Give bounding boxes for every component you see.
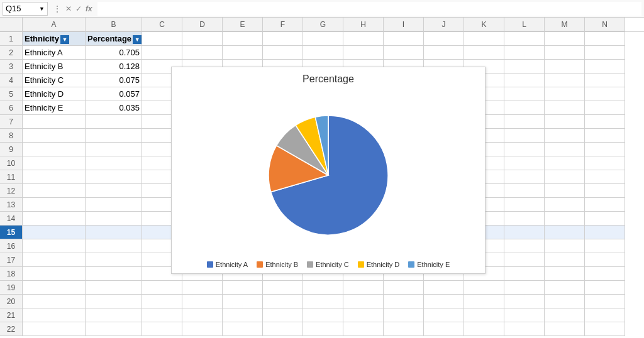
- formula-more-icon[interactable]: ⋮: [53, 4, 62, 14]
- cell-B8[interactable]: [86, 129, 142, 143]
- cell-G21[interactable]: [303, 308, 343, 322]
- cell-B21[interactable]: [86, 308, 142, 322]
- cell-F2[interactable]: [263, 46, 303, 60]
- cell-L12[interactable]: [504, 184, 545, 198]
- cell-J19[interactable]: [424, 281, 464, 295]
- cell-E2[interactable]: [223, 46, 263, 60]
- cell-E20[interactable]: [223, 295, 263, 308]
- cell-J1[interactable]: [424, 32, 464, 46]
- cell-A2[interactable]: Ethnicity A: [23, 46, 86, 60]
- cell-M6[interactable]: [545, 101, 585, 115]
- cell-C20[interactable]: [142, 295, 182, 308]
- cell-A18[interactable]: [23, 267, 86, 281]
- cell-N7[interactable]: [585, 115, 625, 129]
- cell-F20[interactable]: [263, 295, 303, 308]
- cell-M13[interactable]: [545, 198, 585, 212]
- cell-N8[interactable]: [585, 129, 625, 143]
- cell-I2[interactable]: [384, 46, 424, 60]
- cell-L17[interactable]: [504, 253, 545, 267]
- cell-B17[interactable]: [86, 253, 142, 267]
- cell-I22[interactable]: [384, 322, 424, 336]
- cell-A16[interactable]: [23, 239, 86, 253]
- cell-F22[interactable]: [263, 322, 303, 336]
- chart-container[interactable]: Percentage Ethnicity AEthnicity BEthnici…: [171, 67, 486, 274]
- cell-L5[interactable]: [504, 87, 545, 101]
- cell-N20[interactable]: [585, 295, 625, 308]
- cell-M16[interactable]: [545, 239, 585, 253]
- cell-G22[interactable]: [303, 322, 343, 336]
- cell-N12[interactable]: [585, 184, 625, 198]
- cell-A12[interactable]: [23, 184, 86, 198]
- cell-A4[interactable]: Ethnicity C: [23, 74, 86, 87]
- cell-N14[interactable]: [585, 212, 625, 226]
- cell-A21[interactable]: [23, 308, 86, 322]
- cell-G20[interactable]: [303, 295, 343, 308]
- cell-N2[interactable]: [585, 46, 625, 60]
- cell-L11[interactable]: [504, 170, 545, 184]
- cell-N18[interactable]: [585, 267, 625, 281]
- cell-L13[interactable]: [504, 198, 545, 212]
- cell-M12[interactable]: [545, 184, 585, 198]
- cell-B1[interactable]: Percentage▼: [86, 32, 142, 46]
- cell-C1[interactable]: [142, 32, 182, 46]
- cell-M1[interactable]: [545, 32, 585, 46]
- cell-M14[interactable]: [545, 212, 585, 226]
- cell-D21[interactable]: [182, 308, 223, 322]
- cell-B18[interactable]: [86, 267, 142, 281]
- cell-M2[interactable]: [545, 46, 585, 60]
- cell-H20[interactable]: [343, 295, 384, 308]
- cell-F1[interactable]: [263, 32, 303, 46]
- cell-A19[interactable]: [23, 281, 86, 295]
- cell-I1[interactable]: [384, 32, 424, 46]
- cell-A14[interactable]: [23, 212, 86, 226]
- cell-M8[interactable]: [545, 129, 585, 143]
- ethnicity-filter-icon[interactable]: ▼: [60, 35, 69, 44]
- cell-J21[interactable]: [424, 308, 464, 322]
- cell-N17[interactable]: [585, 253, 625, 267]
- cell-D19[interactable]: [182, 281, 223, 295]
- cell-A5[interactable]: Ethnicity D: [23, 87, 86, 101]
- cell-M7[interactable]: [545, 115, 585, 129]
- cell-M4[interactable]: [545, 74, 585, 87]
- cell-E21[interactable]: [223, 308, 263, 322]
- cell-L20[interactable]: [504, 295, 545, 308]
- cell-D20[interactable]: [182, 295, 223, 308]
- cell-B16[interactable]: [86, 239, 142, 253]
- cell-L14[interactable]: [504, 212, 545, 226]
- cell-A1[interactable]: Ethnicity▼: [23, 32, 86, 46]
- cell-reference-box[interactable]: Q15 ▼: [3, 2, 48, 16]
- cell-L9[interactable]: [504, 143, 545, 156]
- cell-I21[interactable]: [384, 308, 424, 322]
- cell-B14[interactable]: [86, 212, 142, 226]
- cell-G2[interactable]: [303, 46, 343, 60]
- cell-B12[interactable]: [86, 184, 142, 198]
- cell-H2[interactable]: [343, 46, 384, 60]
- cell-M5[interactable]: [545, 87, 585, 101]
- cell-L2[interactable]: [504, 46, 545, 60]
- cell-M22[interactable]: [545, 322, 585, 336]
- cell-B5[interactable]: 0.057: [86, 87, 142, 101]
- function-icon[interactable]: fx: [86, 4, 92, 13]
- cell-G19[interactable]: [303, 281, 343, 295]
- cell-K20[interactable]: [464, 295, 504, 308]
- cell-L8[interactable]: [504, 129, 545, 143]
- cell-F19[interactable]: [263, 281, 303, 295]
- cell-A9[interactable]: [23, 143, 86, 156]
- cell-A6[interactable]: Ethnicity E: [23, 101, 86, 115]
- cell-N3[interactable]: [585, 60, 625, 74]
- cell-F21[interactable]: [263, 308, 303, 322]
- cell-A11[interactable]: [23, 170, 86, 184]
- cell-H22[interactable]: [343, 322, 384, 336]
- cell-A15[interactable]: [23, 226, 86, 239]
- formula-input[interactable]: [97, 2, 641, 16]
- cell-N1[interactable]: [585, 32, 625, 46]
- percentage-filter-icon[interactable]: ▼: [133, 35, 142, 44]
- cell-L15[interactable]: [504, 226, 545, 239]
- cell-B19[interactable]: [86, 281, 142, 295]
- cell-A7[interactable]: [23, 115, 86, 129]
- cell-N4[interactable]: [585, 74, 625, 87]
- cell-C22[interactable]: [142, 322, 182, 336]
- cell-L18[interactable]: [504, 267, 545, 281]
- cell-A20[interactable]: [23, 295, 86, 308]
- cell-N13[interactable]: [585, 198, 625, 212]
